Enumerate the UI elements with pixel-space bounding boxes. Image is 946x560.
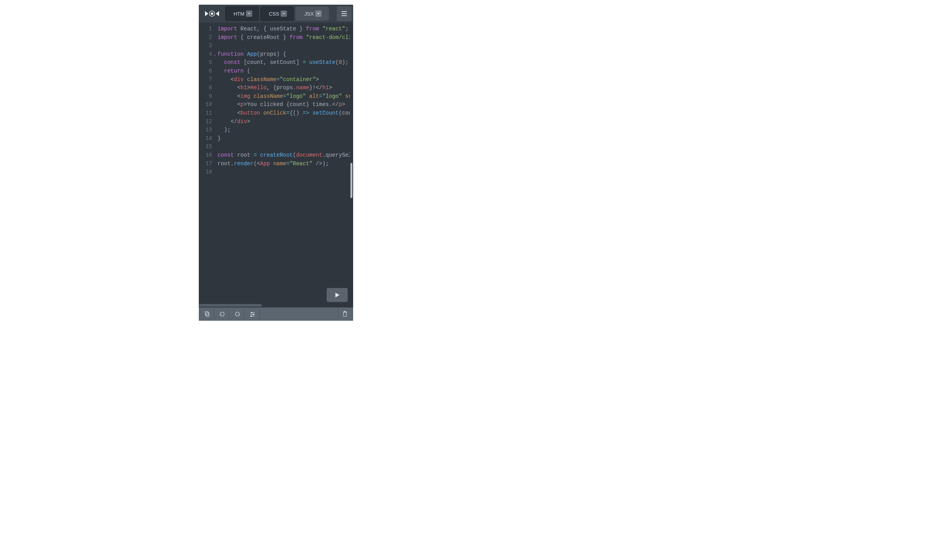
code-line[interactable]: </div> xyxy=(217,118,350,126)
line-number: 13 xyxy=(199,126,212,134)
chevron-down-icon xyxy=(246,11,252,17)
tab-label: HTM xyxy=(233,11,244,17)
code-line[interactable]: root.render(<App name="React" />); xyxy=(217,160,350,168)
app-window: HTM CSS JSX 1234▾56789101112131415161718… xyxy=(199,5,353,321)
svg-point-12 xyxy=(251,316,252,317)
vertical-scrollbar[interactable] xyxy=(350,163,352,198)
line-number: 10 xyxy=(199,101,212,109)
run-button[interactable] xyxy=(327,288,348,302)
line-number: 9 xyxy=(199,92,212,101)
line-number: 4▾ xyxy=(199,50,212,59)
tab-label: CSS xyxy=(269,11,279,17)
jsfiddle-logo[interactable] xyxy=(200,5,224,23)
code-line[interactable]: <button onClick={() => setCount(cou xyxy=(217,109,350,118)
sliders-icon[interactable] xyxy=(246,309,260,319)
tab-label: JSX xyxy=(304,11,314,17)
svg-point-8 xyxy=(251,312,252,313)
code-editor[interactable]: 1234▾56789101112131415161718 import Reac… xyxy=(199,23,350,307)
code-line[interactable]: const root = createRoot(document.querySe… xyxy=(217,151,350,160)
line-number: 15 xyxy=(199,143,212,151)
line-number: 16 xyxy=(199,151,212,160)
tab-jsx[interactable]: JSX xyxy=(295,7,329,21)
code-line[interactable]: ); xyxy=(217,126,350,134)
code-line[interactable] xyxy=(217,42,350,50)
line-number: 18 xyxy=(199,168,212,177)
editor-pane: 1234▾56789101112131415161718 import Reac… xyxy=(199,23,353,307)
code-line[interactable]: const [count, setCount] = useState(0); xyxy=(217,58,350,67)
tab-css[interactable]: CSS xyxy=(260,7,294,21)
line-number: 5 xyxy=(199,58,212,67)
code-line[interactable]: <div className="container"> xyxy=(217,76,350,84)
clipboard-icon[interactable] xyxy=(338,309,352,319)
horizontal-scrollbar[interactable] xyxy=(199,304,262,307)
code-content[interactable]: import React, { useState } from "react";… xyxy=(214,23,350,307)
code-line[interactable]: <h1>Hello, {props.name}!</h1> xyxy=(217,84,350,92)
chevron-down-icon xyxy=(315,11,322,17)
svg-rect-5 xyxy=(205,311,209,315)
fold-caret-icon[interactable]: ▾ xyxy=(214,52,216,60)
code-line[interactable]: function App(props) { xyxy=(217,50,350,59)
code-line[interactable]: import { createRoot } from "react-dom/cl… xyxy=(217,34,350,42)
line-number: 8 xyxy=(199,84,212,92)
code-line[interactable] xyxy=(217,168,350,177)
code-line[interactable]: import React, { useState } from "react"; xyxy=(217,25,350,34)
line-number: 6 xyxy=(199,67,212,76)
line-number: 14 xyxy=(199,134,212,143)
line-number: 3 xyxy=(199,42,212,50)
footer-toolbar xyxy=(199,307,353,321)
code-line[interactable]: <p>You clicked {count} times.</p> xyxy=(217,101,350,109)
line-number: 11 xyxy=(199,109,212,118)
line-number: 12 xyxy=(199,118,212,126)
code-line[interactable]: return ( xyxy=(217,67,350,76)
tab-html[interactable]: HTM xyxy=(225,7,259,21)
menu-button[interactable] xyxy=(337,6,352,21)
header-bar: HTM CSS JSX xyxy=(199,5,353,23)
code-line[interactable] xyxy=(217,143,350,151)
copy-icon[interactable] xyxy=(200,309,214,319)
code-line[interactable]: } xyxy=(217,134,350,143)
reload-cw-icon[interactable] xyxy=(231,309,244,319)
line-number: 1 xyxy=(199,25,212,34)
svg-point-10 xyxy=(253,314,254,315)
line-number: 7 xyxy=(199,76,212,84)
line-number-gutter: 1234▾56789101112131415161718 xyxy=(199,23,214,307)
reload-ccw-icon[interactable] xyxy=(216,309,229,319)
line-number: 2 xyxy=(199,34,212,42)
line-number: 17 xyxy=(199,160,212,168)
chevron-down-icon xyxy=(281,11,287,17)
code-line[interactable]: <img className="logo" alt="logo" sr xyxy=(217,92,350,101)
svg-rect-6 xyxy=(206,313,209,316)
